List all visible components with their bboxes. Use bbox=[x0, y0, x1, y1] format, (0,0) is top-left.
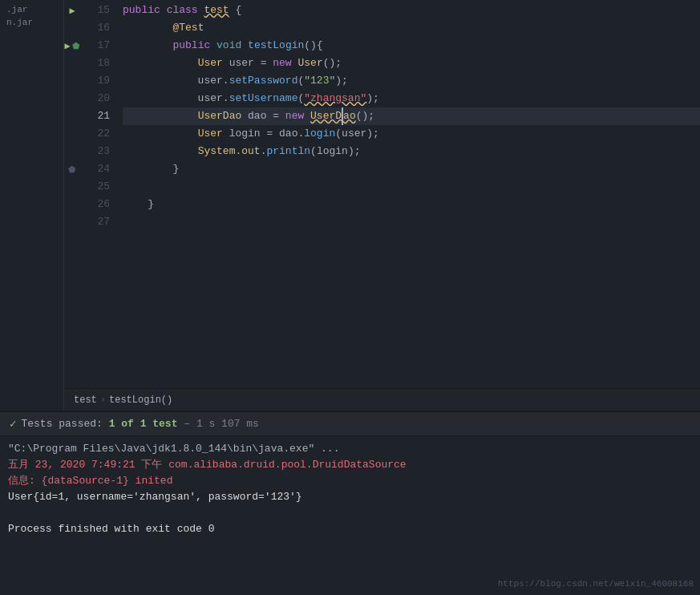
gutter-icon-row: ▶ bbox=[64, 2, 80, 19]
test-passed-label: Tests passed: bbox=[21, 418, 108, 430]
gutter-icon-row bbox=[64, 72, 80, 90]
line-number: 27 bbox=[87, 213, 110, 231]
code-line[interactable]: user.setUsername("zhangsan"); bbox=[123, 90, 700, 107]
bookmark-icon[interactable]: ⬟ bbox=[72, 41, 80, 51]
run-icon[interactable]: ▶ bbox=[69, 5, 75, 17]
sidebar-item-jar1[interactable]: .jar bbox=[0, 3, 63, 16]
gutter-icons: ▶▶⬟⬟ bbox=[64, 0, 80, 388]
gutter-icon-row: ⬟ bbox=[64, 160, 80, 178]
line-number: 26 bbox=[87, 196, 110, 213]
console-line: "C:\Program Files\Java\jdk1.8.0_144\bin\… bbox=[8, 441, 692, 457]
code-line[interactable]: User user = new User(); bbox=[123, 55, 700, 72]
editor-area: .jar n.jar ▶▶⬟⬟ 151617181920212223242526… bbox=[0, 0, 700, 411]
bookmark-icon: ⬟ bbox=[68, 164, 76, 175]
line-number: 19 bbox=[87, 72, 110, 90]
line-numbers: 15161718192021222324252627 bbox=[80, 0, 116, 388]
test-count: 1 of 1 test bbox=[109, 418, 178, 430]
line-number: 25 bbox=[87, 178, 110, 196]
console-line: 五月 23, 2020 7:49:21 下午 com.alibaba.druid… bbox=[8, 457, 692, 473]
code-line[interactable] bbox=[123, 213, 700, 231]
code-line[interactable]: } bbox=[123, 160, 700, 178]
breadcrumb-method[interactable]: testLogin() bbox=[109, 395, 172, 406]
code-lines[interactable]: public class test { @Test public void te… bbox=[116, 0, 700, 388]
line-number: 23 bbox=[87, 143, 110, 160]
code-line[interactable]: System.out.println(login); bbox=[123, 143, 700, 160]
gutter-icon-row bbox=[64, 125, 80, 143]
line-number: 17 bbox=[87, 37, 110, 55]
console-line bbox=[8, 505, 692, 521]
code-line[interactable]: @Test bbox=[123, 19, 700, 37]
sidebar: .jar n.jar bbox=[0, 0, 64, 411]
gutter-icon-row bbox=[64, 90, 80, 107]
watermark: https://blog.csdn.net/weixin_46008168 bbox=[498, 579, 694, 589]
code-line[interactable]: User login = dao.login(user); bbox=[123, 125, 700, 143]
code-line[interactable]: public void testLogin(){ bbox=[123, 37, 700, 55]
gutter-icon-row bbox=[64, 19, 80, 37]
line-number: 20 bbox=[87, 90, 110, 107]
status-text: Tests passed: 1 of 1 test – 1 s 107 ms bbox=[21, 418, 258, 430]
gutter-icon-row bbox=[64, 213, 80, 231]
gutter-icon-row: ▶⬟ bbox=[64, 37, 80, 55]
code-panel: ▶▶⬟⬟ 15161718192021222324252627 public c… bbox=[64, 0, 700, 411]
code-line[interactable] bbox=[123, 178, 700, 196]
line-number: 15 bbox=[87, 2, 110, 19]
console-line: User{id=1, username='zhangsan', password… bbox=[8, 489, 692, 505]
gutter-icon-row bbox=[64, 178, 80, 196]
console-line: Process finished with exit code 0 bbox=[8, 521, 692, 537]
console-output[interactable]: "C:\Program Files\Java\jdk1.8.0_144\bin\… bbox=[0, 436, 700, 595]
sidebar-item-jar2[interactable]: n.jar bbox=[0, 16, 63, 29]
code-content[interactable]: ▶▶⬟⬟ 15161718192021222324252627 public c… bbox=[64, 0, 700, 388]
check-icon: ✓ bbox=[10, 417, 16, 431]
code-line[interactable]: } bbox=[123, 196, 700, 213]
test-time: – 1 s 107 ms bbox=[184, 418, 259, 430]
gutter-icon-row bbox=[64, 55, 80, 72]
test-status-bar: ✓ Tests passed: 1 of 1 test – 1 s 107 ms bbox=[0, 412, 700, 436]
run-icon[interactable]: ▶ bbox=[64, 40, 70, 52]
line-number: 22 bbox=[87, 125, 110, 143]
bottom-panel: ✓ Tests passed: 1 of 1 test – 1 s 107 ms… bbox=[0, 411, 700, 595]
breadcrumb-separator: › bbox=[100, 395, 106, 406]
gutter-icon-row bbox=[64, 143, 80, 160]
code-line[interactable]: UserDao dao = new UserD​ao(); bbox=[123, 107, 700, 125]
gutter-icon-row bbox=[64, 107, 80, 125]
line-number: 21 bbox=[87, 107, 110, 125]
line-number: 18 bbox=[87, 55, 110, 72]
line-number: 24 bbox=[87, 160, 110, 178]
gutter-icon-row bbox=[64, 196, 80, 213]
console-line: 信息: {dataSource-1} inited bbox=[8, 473, 692, 489]
code-line[interactable]: user.setPassword("123"); bbox=[123, 72, 700, 90]
line-number: 16 bbox=[87, 19, 110, 37]
code-line[interactable]: public class test { bbox=[123, 2, 700, 19]
breadcrumb-bar: test › testLogin() bbox=[64, 388, 700, 411]
breadcrumb-test[interactable]: test bbox=[74, 395, 97, 406]
